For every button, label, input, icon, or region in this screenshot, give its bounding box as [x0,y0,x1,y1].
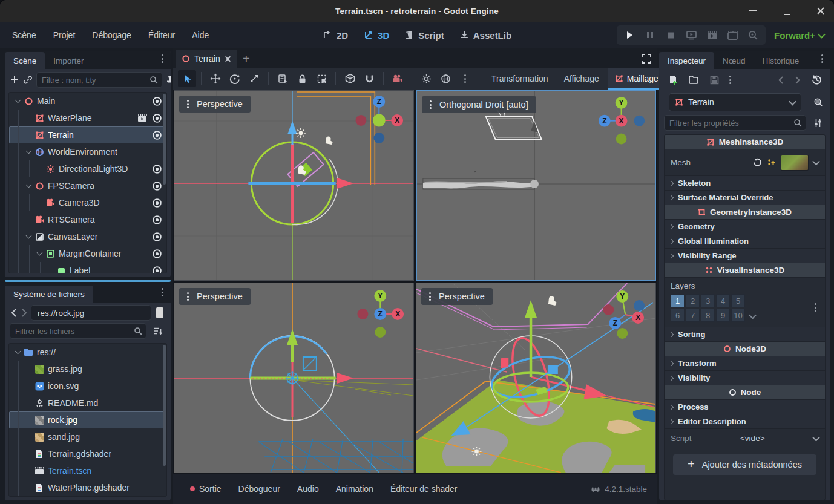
load-resource-button[interactable] [686,72,701,88]
layer-cell-10[interactable]: 10 [731,309,745,322]
add-metadata-button[interactable]: + Ajouter des métadonnées [673,454,816,475]
tree-row-rtscamera[interactable]: RTSCamera [9,211,166,228]
layer-cell-1[interactable]: 1 [671,294,685,307]
save-resource-button[interactable] [706,72,722,88]
property-filter-input[interactable] [668,118,793,128]
visibility-eye-icon[interactable] [149,215,164,225]
viewport-top-left[interactable]: Z X Perspective [174,90,414,281]
layer-cell-2[interactable]: 2 [686,294,700,307]
visibility-eye-icon[interactable] [149,164,164,174]
play-button[interactable] [620,27,639,43]
renderer-selector[interactable]: Forward+ [774,30,828,41]
layer-cell-7[interactable]: 7 [686,309,700,322]
tab-inspector[interactable]: Inspecteur [659,52,714,69]
scale-mode-button[interactable] [245,70,263,87]
preview-sunlight-icon[interactable] [417,70,435,87]
layer-cell-4[interactable]: 4 [716,294,730,307]
list-select-button[interactable] [274,70,292,87]
viewport-menu-chip[interactable]: Perspective [421,288,493,305]
scene-dock-hscrollbar[interactable] [5,280,171,282]
tab-history[interactable]: Historique [754,52,808,69]
tree-row-canvaslayer[interactable]: CanvasLayer [9,228,166,245]
preview-environment-icon[interactable] [436,70,455,87]
expand-arrow-icon[interactable] [24,235,33,238]
tab-scene[interactable]: Scène [5,52,45,69]
layers-expand-chevron-icon[interactable] [749,311,757,319]
history-forward-icon[interactable] [792,73,804,87]
section-visibility-range[interactable]: Visibility Range [665,249,825,263]
menu-transform[interactable]: Transformation [484,68,556,90]
inspector-dock-menu-icon[interactable] [819,53,826,64]
lock-selected-button[interactable] [293,70,311,87]
workspace-2d[interactable]: 2D [323,30,348,41]
tree-row-directionallight3d[interactable]: DirectionalLight3D [9,160,166,177]
layer-cell-8[interactable]: 8 [701,309,715,322]
group-selected-button[interactable] [312,70,330,87]
expand-arrow-icon[interactable] [24,185,33,187]
visibility-eye-icon[interactable] [149,181,164,191]
play-scene-button[interactable] [703,27,721,43]
current-path-field[interactable] [31,305,151,321]
file-row-readme[interactable]: README.md [9,394,166,411]
menu-debug[interactable]: Débogage [86,27,137,44]
close-tab-icon[interactable] [225,56,231,62]
move-mode-button[interactable] [206,70,225,87]
scene-tree-scrollbar[interactable] [163,94,166,185]
tab-filesystem[interactable]: Système de fichiers [5,286,93,303]
tab-node[interactable]: Nœud [714,52,754,69]
property-tools-icon[interactable] [810,115,826,131]
movie-icon[interactable] [135,114,149,122]
rotate-mode-button[interactable] [226,70,244,87]
visibility-eye-icon[interactable] [149,113,164,123]
instance-scene-button[interactable] [23,72,33,88]
keyframe-icon[interactable] [767,158,776,167]
snap-toggle-button[interactable] [360,70,378,87]
scene-filter[interactable] [36,72,162,88]
tree-row-main[interactable]: Main [9,93,166,110]
file-row-grass[interactable]: grass.jpg [9,361,166,378]
section-geometry[interactable]: Geometry [665,220,825,234]
bottom-tab-audio[interactable]: Audio [290,480,326,498]
visibility-eye-icon[interactable] [149,130,164,140]
menu-scene[interactable]: Scène [6,27,42,44]
section-transform[interactable]: Transform [665,356,825,371]
edited-object-selector[interactable]: Terrain [669,93,801,111]
history-forward-button[interactable] [20,306,28,319]
resource-extra-menu-icon[interactable] [727,74,734,85]
tree-row-worldenvironment[interactable]: WorldEnvironment [9,143,166,160]
menu-project[interactable]: Projet [47,27,82,44]
select-mode-button[interactable] [178,70,196,87]
movie-mode-button[interactable] [744,27,762,43]
tree-row-margincontainer[interactable]: MarginContainer [9,245,166,262]
expand-arrow-icon[interactable] [13,351,22,353]
section-visibility[interactable]: Visibility [665,371,825,385]
new-resource-button[interactable] [665,72,681,88]
toggle-split-mode-icon[interactable] [156,307,163,318]
layer-cell-9[interactable]: 9 [716,309,730,322]
bottom-tab-output[interactable]: Sortie [183,480,229,498]
distraction-free-icon[interactable] [636,50,657,68]
path-input[interactable] [36,308,146,318]
scene-filter-input[interactable] [41,75,149,85]
attach-script-button[interactable] [166,72,171,88]
tree-row-waterplane[interactable]: WaterPlane [9,110,166,126]
workspace-assetlib[interactable]: AssetLib [460,30,511,41]
add-node-button[interactable] [10,72,19,88]
layer-cell-3[interactable]: 3 [701,294,715,307]
workspace-3d[interactable]: 3D [364,30,389,41]
menu-view[interactable]: Affichage [557,68,606,90]
section-surface-material-override[interactable]: Surface Material Override [665,191,825,205]
visibility-eye-icon[interactable] [149,198,164,208]
section-global-illumination[interactable]: Global Illumination [665,234,825,249]
expand-arrow-icon[interactable] [13,100,22,102]
viewport-extra-menu-icon[interactable] [456,70,474,87]
tree-row-fpscamera[interactable]: FPSCamera [9,177,166,194]
preview-camera-icon[interactable] [389,70,407,87]
visibility-eye-icon[interactable] [149,232,164,242]
menu-editor[interactable]: Éditeur [142,27,181,44]
visibility-eye-icon[interactable] [149,266,164,274]
tree-row-camera3d[interactable]: Camera3D [9,194,166,211]
layers-menu-icon[interactable] [812,302,819,313]
file-row-icon-svg[interactable]: icon.svg [9,378,166,394]
filesystem-menu-icon[interactable] [159,287,166,298]
